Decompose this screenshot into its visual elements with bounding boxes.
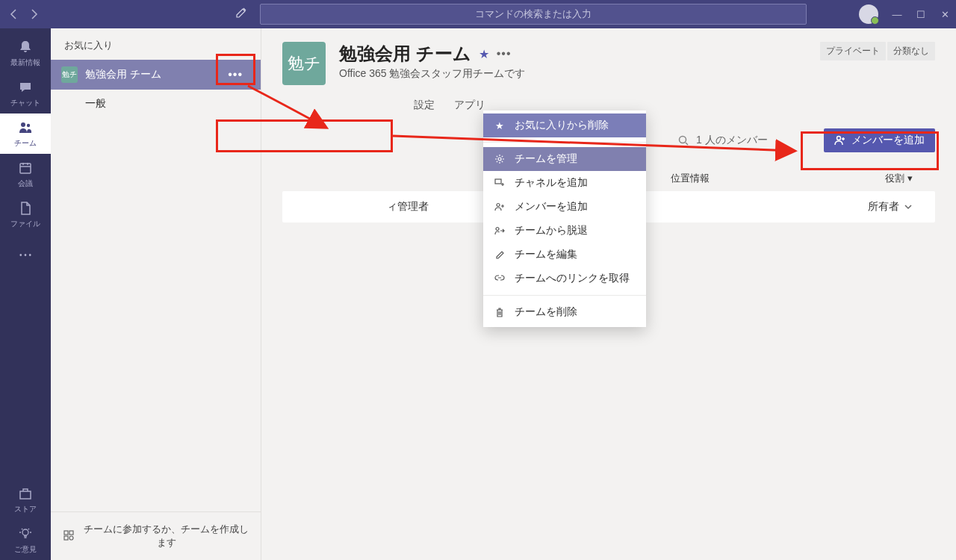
rail-label: ご意見	[14, 544, 37, 555]
svg-rect-7	[64, 536, 68, 540]
svg-point-10	[837, 137, 841, 140]
role-selector[interactable]: 所有者	[842, 200, 935, 214]
team-row[interactable]: 勉チ 勉強会用 チーム •••	[51, 60, 261, 90]
compose-icon[interactable]	[235, 7, 247, 22]
svg-rect-3	[20, 491, 31, 499]
add-channel-icon	[494, 178, 506, 187]
rail-label: チーム	[14, 138, 37, 149]
team-subtitle: Office 365 勉強会スタッフ用チームです	[339, 67, 807, 81]
member-search[interactable]: 1 人のメンバー	[671, 129, 815, 152]
tab-apps[interactable]: アプリ	[454, 99, 485, 119]
rail-meetings[interactable]: 会議	[0, 154, 51, 194]
menu-add-channel[interactable]: チャネルを追加	[483, 171, 646, 195]
menu-leave-team[interactable]: チームから脱退	[483, 219, 646, 243]
rail-label: ファイル	[10, 219, 40, 229]
ellipsis-icon: • • •	[17, 246, 34, 263]
leave-icon	[494, 226, 506, 235]
svg-point-9	[680, 137, 686, 143]
menu-edit-team[interactable]: チームを編集	[483, 243, 646, 267]
titlebar: コマンドの検索または入力 — ☐ ✕	[0, 0, 956, 28]
rail-chat[interactable]: チャット	[0, 73, 51, 113]
nav-forward[interactable]	[27, 7, 42, 22]
minimize-button[interactable]: —	[892, 9, 902, 20]
svg-point-8	[69, 536, 73, 540]
col-role[interactable]: 役割 ▾	[842, 172, 935, 185]
add-member-button[interactable]: メンバーを追加	[824, 128, 935, 152]
privacy-badge: プライベート	[820, 42, 886, 60]
person-add-icon	[834, 135, 846, 146]
chat-icon	[17, 79, 34, 96]
close-button[interactable]: ✕	[940, 9, 950, 20]
store-icon	[17, 485, 34, 502]
person-add-icon	[494, 202, 506, 211]
maximize-button[interactable]: ☐	[916, 9, 926, 20]
rail-teams[interactable]: チーム	[0, 113, 51, 154]
svg-point-4	[22, 529, 28, 535]
page-title: 勉強会用 チーム	[339, 42, 471, 66]
menu-manage-team[interactable]: チームを管理	[483, 147, 646, 171]
rail-more[interactable]: • • •	[0, 234, 51, 275]
team-avatar-large: 勉チ	[282, 42, 326, 85]
calendar-icon	[17, 160, 34, 176]
tab-settings[interactable]: 設定	[414, 99, 435, 119]
role-value: 所有者	[868, 200, 899, 214]
menu-get-link[interactable]: チームへのリンクを取得	[483, 267, 646, 290]
favorites-header: お気に入り	[51, 28, 261, 60]
svg-point-14	[496, 228, 499, 231]
team-list-panel: お気に入り 勉チ 勉強会用 チーム ••• 一般 チームに参加するか、チームを作…	[51, 28, 261, 560]
rail-label: ストア	[14, 504, 37, 514]
add-member-label: メンバーを追加	[851, 134, 925, 147]
svg-point-0	[21, 122, 25, 127]
menu-label: チームを削除	[515, 305, 577, 319]
team-more-button[interactable]: •••	[220, 65, 250, 84]
user-avatar[interactable]	[859, 4, 878, 24]
chevron-down-icon	[904, 204, 913, 210]
rail-label: チャット	[10, 98, 40, 108]
team-avatar-small: 勉チ	[61, 66, 78, 83]
team-name: 勉強会用 チーム	[85, 68, 213, 81]
gear-icon	[494, 154, 506, 164]
menu-delete-team[interactable]: チームを削除	[483, 300, 646, 324]
link-icon	[494, 274, 506, 283]
pencil-icon	[494, 250, 506, 260]
menu-label: メンバーを追加	[515, 200, 588, 214]
classification-badge: 分類なし	[887, 42, 935, 60]
settings-icon	[63, 529, 75, 544]
search-input[interactable]: コマンドの検索または入力	[260, 4, 807, 25]
svg-rect-2	[20, 164, 31, 173]
svg-rect-5	[64, 531, 68, 535]
menu-label: チームを管理	[515, 152, 577, 166]
file-icon	[17, 200, 34, 217]
menu-remove-favorite[interactable]: ★ お気に入りから削除	[483, 113, 646, 137]
star-icon[interactable]: ★	[479, 47, 489, 61]
main-content: 勉チ 勉強会用 チーム ★ ••• Office 365 勉強会スタッフ用チーム…	[261, 28, 956, 560]
rail-store[interactable]: ストア	[0, 479, 51, 520]
rail-feedback[interactable]: ご意見	[0, 520, 51, 560]
member-search-text: 1 人のメンバー	[696, 134, 768, 147]
menu-label: チームから脱退	[515, 224, 588, 237]
svg-rect-12	[495, 179, 501, 184]
star-icon: ★	[494, 120, 506, 131]
menu-label: チームを編集	[515, 248, 577, 261]
join-create-team[interactable]: チームに参加するか、チームを作成します	[51, 511, 261, 560]
teams-icon	[17, 119, 34, 136]
trash-icon	[494, 308, 506, 317]
menu-label: お気に入りから削除	[515, 119, 609, 132]
menu-label: チームへのリンクを取得	[515, 272, 630, 285]
svg-point-11	[498, 158, 501, 161]
svg-rect-6	[69, 531, 73, 535]
nav-back[interactable]	[6, 7, 21, 22]
menu-separator	[483, 295, 646, 296]
menu-label: チャネルを追加	[515, 176, 588, 190]
channel-general[interactable]: 一般	[51, 90, 261, 118]
svg-point-13	[497, 204, 500, 207]
search-icon	[678, 135, 689, 146]
rail-files[interactable]: ファイル	[0, 194, 51, 234]
col-location: 位置情報	[671, 172, 842, 185]
rail-label: 会議	[18, 178, 33, 189]
menu-separator	[483, 142, 646, 143]
app-rail: 最新情報 チャット チーム 会議 ファイル • • • ストア ご意見	[0, 28, 51, 560]
rail-activity[interactable]: 最新情報	[0, 33, 51, 73]
menu-add-member[interactable]: メンバーを追加	[483, 195, 646, 219]
team-header-more[interactable]: •••	[497, 47, 512, 60]
